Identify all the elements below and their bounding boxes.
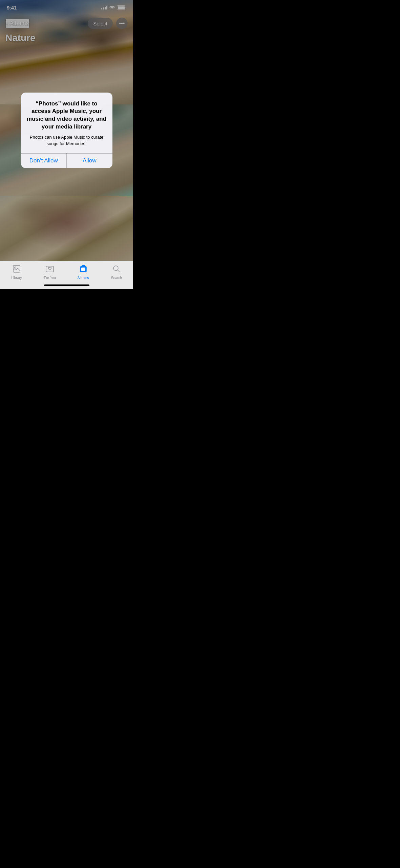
svg-rect-4	[81, 266, 86, 267]
svg-rect-5	[82, 265, 85, 266]
tab-search[interactable]: Search	[100, 264, 133, 280]
alert-dialog: “Photos” would like to access Apple Musi…	[21, 93, 112, 169]
svg-point-7	[113, 266, 118, 271]
tab-albums[interactable]: Albums	[67, 264, 100, 280]
alert-title: “Photos” would like to access Apple Musi…	[26, 100, 107, 131]
alert-message: Photos can use Apple Music to curate son…	[26, 134, 107, 147]
dont-allow-button[interactable]: Don’t Allow	[21, 153, 67, 168]
tab-for-you-label: For You	[44, 276, 56, 280]
alert-content: “Photos” would like to access Apple Musi…	[21, 93, 112, 153]
tab-library-label: Library	[11, 276, 22, 280]
allow-button[interactable]: Allow	[67, 153, 112, 168]
svg-point-1	[15, 267, 16, 268]
alert-overlay: “Photos” would like to access Apple Musi…	[0, 0, 133, 261]
home-indicator	[44, 284, 89, 286]
alert-buttons: Don’t Allow Allow	[21, 153, 112, 168]
svg-rect-2	[46, 266, 54, 272]
tab-albums-label: Albums	[78, 276, 89, 280]
tab-library[interactable]: Library	[0, 264, 33, 280]
tab-for-you[interactable]: For You	[33, 264, 66, 280]
svg-rect-6	[81, 268, 85, 271]
albums-icon	[79, 264, 88, 275]
for-you-icon	[45, 264, 54, 275]
tab-search-label: Search	[111, 276, 122, 280]
screen: 9:41	[0, 0, 133, 289]
search-icon	[112, 264, 121, 275]
library-icon	[12, 264, 21, 275]
